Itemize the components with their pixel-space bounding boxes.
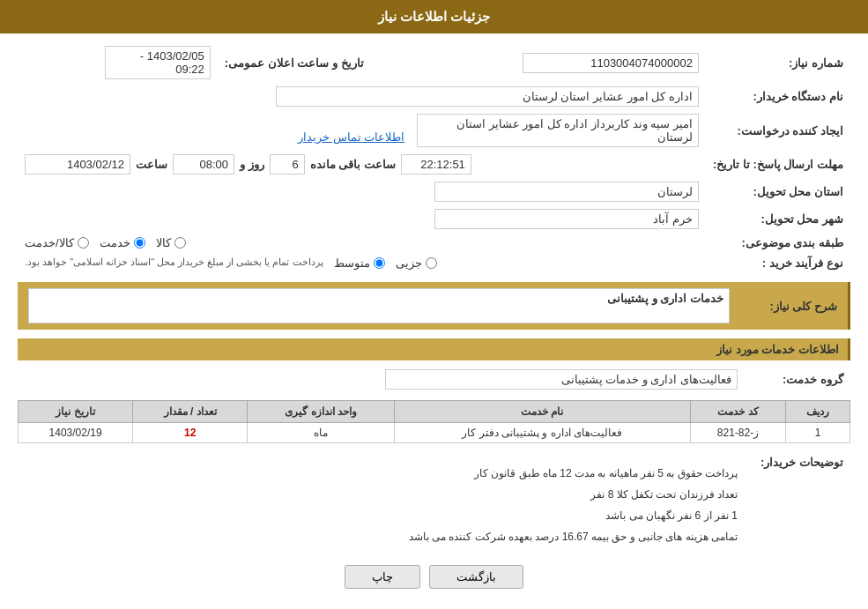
buyer-note-line: پرداخت حقوق به 5 نفر ماهیانه به مدت 12 م…: [25, 463, 738, 484]
content-area: شماره نیاز: 1103004074000002 تاریخ و ساع…: [0, 33, 868, 609]
category-option-service[interactable]: خدمت: [100, 236, 145, 249]
info-table: شماره نیاز: 1103004074000002 تاریخ و ساع…: [18, 42, 850, 273]
city-box: خرم آباد: [434, 209, 699, 229]
buyer-org-box: اداره کل امور عشایر استان لرستان: [276, 86, 699, 107]
purchase-type-radio-medium[interactable]: [374, 257, 385, 269]
cell-unit: ماه: [248, 423, 395, 443]
category-label-goods: کالا: [156, 236, 171, 249]
col-quantity: تعداد / مقدار: [133, 401, 248, 423]
buyer-note-line: 1 نفر از 6 نفر نگهبان می باشد: [25, 505, 738, 526]
row-creator: ایجاد کننده درخواست: امیر سیه وند کاربرد…: [18, 110, 850, 151]
category-label-service-goods: کالا/خدمت: [25, 236, 74, 249]
page-wrapper: جزئیات اطلاعات نیاز شماره نیاز: 11030040…: [0, 0, 868, 609]
service-group-box: فعالیت‌های اداری و خدمات پشتیبانی: [385, 369, 738, 390]
purchase-type-option-medium[interactable]: متوسط: [334, 256, 385, 270]
purchase-type-value: پرداخت تمام یا بخشی از مبلغ خریداز محل "…: [18, 253, 706, 273]
category-label: طبقه بندی موضوعی:: [706, 233, 850, 253]
province-label: استان محل تحویل:: [706, 178, 850, 205]
request-number-box: 1103004074000002: [523, 53, 699, 73]
category-radio-group: کالا/خدمت خدمت کالا: [25, 236, 699, 249]
category-radio-service[interactable]: [134, 237, 145, 249]
category-option-service-goods[interactable]: کالا/خدمت: [25, 236, 89, 249]
request-number-value: 1103004074000002: [389, 42, 706, 83]
col-service-name: نام خدمت: [395, 401, 691, 423]
description-table: شرح کلی نیاز: خدمات اداری و پشتیبانی: [26, 286, 839, 325]
city-label: شهر محل تحویل:: [706, 205, 850, 233]
response-deadline-value: 1403/02/12 ساعت 08:00 روز و 6 ساعت باقی …: [18, 151, 706, 178]
services-data-table: ردیف کد خدمت نام خدمت واحد اندازه گیری ت…: [18, 400, 850, 443]
category-option-goods[interactable]: کالا: [156, 236, 186, 249]
buyer-org-value: اداره کل امور عشایر استان لرستان: [18, 83, 706, 110]
request-number-label: شماره نیاز:: [706, 42, 850, 83]
cell-code: ز-82-821: [690, 423, 786, 443]
purchase-type-label: نوع فرآیند خرید :: [706, 253, 850, 273]
response-date-box: 1403/02/12: [25, 154, 130, 175]
service-group-row: گروه خدمت: فعالیت‌های اداری و خدمات پشتی…: [18, 366, 850, 393]
buyer-org-label: نام دستگاه خریدار:: [706, 83, 850, 110]
category-label-service: خدمت: [100, 236, 130, 249]
row-deadline: مهلت ارسال پاسخ: تا تاریخ: 1403/02/12 سا…: [18, 151, 850, 178]
buyer-notes-value-cell: پرداخت حقوق به 5 نفر ماهیانه به مدت 12 م…: [18, 452, 745, 551]
buyer-notes-label: توضیحات خریدار:: [745, 452, 850, 551]
buyer-contact-link[interactable]: اطلاعات تماس خریدار: [298, 130, 404, 144]
row-city: شهر محل تحویل: خرم آباد: [18, 205, 850, 233]
services-table-head: ردیف کد خدمت نام خدمت واحد اندازه گیری ت…: [19, 401, 850, 423]
purchase-type-option-partial[interactable]: جزیی: [396, 256, 437, 270]
response-time-box: 08:00: [173, 154, 234, 175]
response-remaining-label: ساعت باقی مانده: [310, 158, 396, 171]
announcement-box: 1403/02/05 - 09:22: [105, 46, 211, 79]
city-value: خرم آباد: [18, 205, 706, 233]
buyer-notes-table: توضیحات خریدار: پرداخت حقوق به 5 نفر ماه…: [18, 452, 850, 551]
purchase-type-radio-partial[interactable]: [426, 257, 437, 269]
province-box: لرستان: [434, 182, 699, 202]
description-box: خدمات اداری و پشتیبانی: [28, 288, 730, 323]
response-days-label: روز و: [240, 158, 264, 171]
row-purchase-type: نوع فرآیند خرید : پرداخت تمام یا بخشی از…: [18, 253, 850, 273]
col-date: تاریخ نیاز: [19, 401, 133, 423]
row-province: استان محل تحویل: لرستان: [18, 178, 850, 205]
buyer-note-line: تعداد فرزندان تحت تکفل کلا 8 نفر: [25, 484, 738, 505]
cell-row-num: 1: [786, 423, 850, 443]
service-group-label: گروه خدمت:: [745, 366, 850, 393]
category-radio-service-goods[interactable]: [78, 237, 89, 249]
services-section-title: اطلاعات خدمات مورد نیاز: [18, 338, 850, 360]
back-button[interactable]: بازگشت: [429, 565, 523, 589]
col-service-code: کد خدمت: [690, 401, 786, 423]
service-group-table: گروه خدمت: فعالیت‌های اداری و خدمات پشتی…: [18, 366, 850, 393]
print-button[interactable]: چاپ: [345, 565, 420, 589]
row-request-number: شماره نیاز: 1103004074000002 تاریخ و ساع…: [18, 42, 850, 83]
page-header: جزئیات اطلاعات نیاز: [0, 0, 868, 33]
services-header-row: ردیف کد خدمت نام خدمت واحد اندازه گیری ت…: [19, 401, 850, 423]
buttons-row: بازگشت چاپ: [18, 565, 850, 589]
services-table-body: 1 ز-82-821 فعالیت‌های اداره و پشتیبانی د…: [19, 423, 850, 443]
cell-quantity: 12: [133, 423, 248, 443]
response-time-remaining-box: 22:12:51: [401, 154, 471, 175]
category-radio-goods[interactable]: [174, 237, 186, 249]
row-category: طبقه بندی موضوعی: کالا/خدمت خدمت کالا: [18, 233, 850, 253]
table-row: 1 ز-82-821 فعالیت‌های اداره و پشتیبانی د…: [19, 423, 850, 443]
response-deadline-label: مهلت ارسال پاسخ: تا تاریخ:: [706, 151, 850, 178]
service-group-value-cell: فعالیت‌های اداری و خدمات پشتیبانی: [18, 366, 745, 393]
creator-value: امیر سیه وند کاربرداز اداره کل امور عشای…: [18, 110, 706, 151]
cell-date: 1403/02/19: [19, 423, 133, 443]
buyer-note-line: تمامی هزینه های جانبی و حق بیمه 16.67 در…: [25, 526, 738, 547]
description-value-cell: خدمات اداری و پشتیبانی: [28, 288, 730, 323]
page-title: جزئیات اطلاعات نیاز: [378, 9, 490, 24]
cell-name: فعالیت‌های اداره و پشتیبانی دفتر کار: [395, 423, 691, 443]
announcement-label: تاریخ و ساعت اعلان عمومی:: [218, 42, 371, 83]
response-time-label: ساعت: [136, 158, 167, 171]
purchase-type-radio-group: پرداخت تمام یا بخشی از مبلغ خریداز محل "…: [25, 256, 699, 270]
purchase-type-label-partial: جزیی: [396, 256, 422, 270]
creator-label: ایجاد کننده درخواست:: [706, 110, 850, 151]
row-buyer-org: نام دستگاه خریدار: اداره کل امور عشایر ا…: [18, 83, 850, 110]
creator-box: امیر سیه وند کاربرداز اداره کل امور عشای…: [417, 114, 699, 147]
response-days-box: 6: [270, 154, 305, 175]
buyer-notes-row: توضیحات خریدار: پرداخت حقوق به 5 نفر ماه…: [18, 452, 850, 551]
category-radios: کالا/خدمت خدمت کالا: [18, 233, 706, 253]
purchase-type-note: پرداخت تمام یا بخشی از مبلغ خریداز محل "…: [25, 256, 323, 268]
description-row: شرح کلی نیاز: خدمات اداری و پشتیبانی: [28, 288, 837, 323]
col-row-num: ردیف: [786, 401, 850, 423]
province-value: لرستان: [18, 178, 706, 205]
buyer-notes-content: پرداخت حقوق به 5 نفر ماهیانه به مدت 12 م…: [25, 463, 738, 547]
description-section-title: شرح کلی نیاز: خدمات اداری و پشتیبانی: [18, 282, 850, 330]
